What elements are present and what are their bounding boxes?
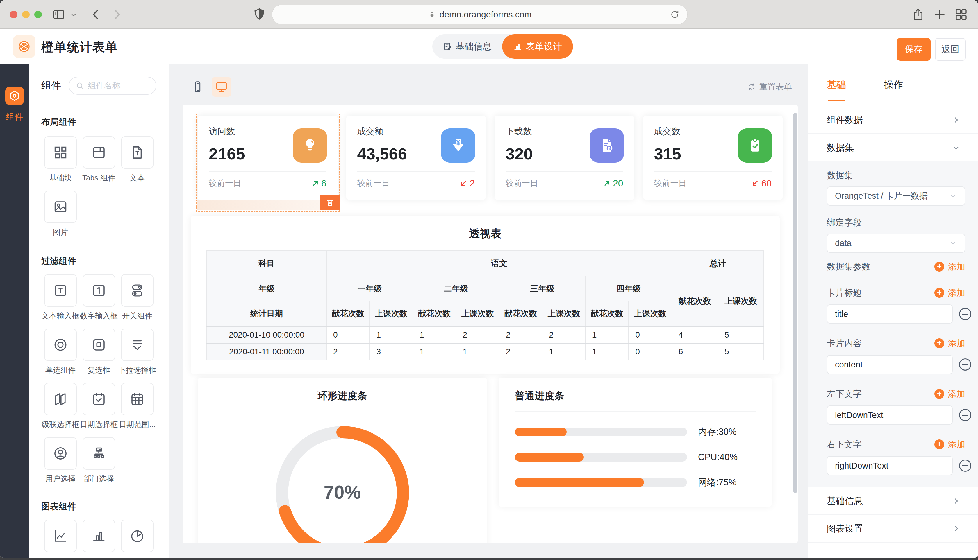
pivot-table-widget[interactable]: 透视表 科目 语文 总计 年级 一年级 — [191, 215, 780, 374]
components-rail-button[interactable] — [5, 87, 24, 105]
calendar-grid-icon — [129, 391, 145, 407]
pivot-header: 献花次数 — [326, 301, 369, 327]
palette-item-date[interactable]: 日期选择框 — [80, 383, 118, 430]
component-search[interactable] — [69, 77, 156, 95]
new-tab-icon[interactable] — [933, 8, 946, 22]
palette-item-date-range[interactable]: 日期范围... — [118, 383, 156, 430]
desktop-preview-button[interactable] — [212, 77, 231, 97]
add-right-down-text-button[interactable]: + 添加 — [935, 438, 965, 450]
palette-item-bar-chart[interactable] — [80, 520, 118, 552]
pivot-header: 四年级 — [585, 276, 672, 301]
remove-circle-icon[interactable] — [959, 460, 971, 472]
delete-component-button[interactable] — [320, 195, 339, 210]
remove-circle-icon[interactable] — [959, 308, 971, 320]
add-card-content-button[interactable]: + 添加 — [935, 338, 965, 349]
save-button[interactable]: 保存 — [897, 38, 931, 61]
ring-progress-widget[interactable]: 环形进度条 70% — [198, 378, 487, 543]
progress-fill — [515, 428, 567, 436]
address-bar[interactable]: demo.orangeforms.com — [272, 5, 687, 24]
remove-circle-icon[interactable] — [959, 358, 971, 371]
stat-card-downloads[interactable]: 下载数 320 较前一日 20 — [495, 116, 634, 200]
text-doc-icon — [129, 145, 145, 160]
inspector-tab-basic[interactable]: 基础 — [827, 78, 846, 92]
chevron-right-icon — [952, 524, 961, 533]
right-down-text-input[interactable] — [827, 456, 953, 475]
canvas-scrollbar[interactable] — [793, 113, 797, 493]
url-text: demo.orangeforms.com — [440, 10, 532, 20]
dataset-select[interactable]: OrangeTest / 卡片一数据 — [827, 187, 965, 206]
progress-bars-widget[interactable]: 普通进度条 内存:30% CPU:40% 网络:75% — [498, 378, 772, 507]
app-title: 橙单统计表单 — [41, 39, 118, 55]
remove-circle-icon[interactable] — [959, 409, 971, 421]
stat-card-deals[interactable]: 成交数 315 较前一日 60 — [643, 116, 783, 200]
chevron-down-icon[interactable] — [69, 10, 78, 19]
palette-item-number-input[interactable]: 数字输入框 — [80, 274, 118, 321]
palette-title: 组件 — [41, 79, 61, 92]
share-icon[interactable] — [911, 8, 925, 22]
pivot-header: 上课次数 — [718, 276, 764, 327]
add-card-title-button[interactable]: + 添加 — [935, 287, 965, 299]
palette-item-line-chart[interactable] — [41, 520, 80, 552]
palette-item-checkbox[interactable]: 复选框 — [80, 328, 118, 375]
tab-overview-icon[interactable] — [954, 8, 968, 22]
doc-edit-icon — [443, 42, 452, 51]
card-content-input[interactable] — [827, 355, 953, 374]
plus-circle-icon: + — [935, 440, 944, 449]
privacy-shield-icon[interactable] — [252, 7, 267, 22]
plus-circle-icon: + — [935, 262, 944, 272]
sidebar-toggle-icon[interactable] — [52, 8, 66, 22]
bulb-icon — [293, 128, 327, 163]
palette-item-pie-chart[interactable] — [118, 520, 156, 552]
palette-item-radio[interactable]: 单选组件 — [41, 328, 80, 375]
palette-item-image[interactable]: 图片 — [41, 190, 80, 237]
palette-item-switch[interactable]: 开关组件 — [118, 274, 156, 321]
pivot-header: 二年级 — [413, 276, 499, 301]
chevron-right-icon — [952, 116, 961, 124]
line-chart-icon — [53, 528, 69, 544]
return-button[interactable]: 返回 — [935, 38, 966, 61]
search-input[interactable] — [88, 81, 149, 90]
stat-card-visits[interactable]: 访问数 2165 较前一日 6 — [198, 116, 338, 200]
progress-row-memory: 内存:30% — [515, 426, 756, 438]
org-chart-icon — [91, 445, 107, 461]
tab-form-design[interactable]: 表单设计 — [502, 34, 573, 59]
palette-item-cascade[interactable]: 级联选择框 — [41, 383, 80, 430]
palette-item-dept[interactable]: 部门选择 — [80, 437, 118, 484]
section-chart-settings[interactable]: 图表设置 — [808, 515, 978, 543]
bind-field-select[interactable]: data — [827, 233, 965, 253]
palette-item-select[interactable]: 下拉选择框 — [118, 328, 156, 375]
hexagon-component-icon — [8, 90, 21, 102]
reset-form-button[interactable]: 重置表单 — [747, 81, 792, 92]
delta-down: 60 — [751, 178, 772, 189]
zoom-window-button[interactable] — [34, 11, 42, 18]
chevron-down-icon — [949, 239, 957, 247]
inspector-tab-actions[interactable]: 操作 — [884, 78, 903, 92]
component-palette: 组件 布局组件 基础块 Tabs 组件 文本 图片 — [29, 64, 169, 558]
palette-item-text[interactable]: 文本 — [118, 136, 156, 183]
close-window-button[interactable] — [10, 11, 17, 18]
section-dataset[interactable]: 数据集 — [808, 134, 978, 162]
palette-item-tabs[interactable]: Tabs 组件 — [80, 136, 118, 183]
section-component-data[interactable]: 组件数据 — [808, 106, 978, 134]
section-basic-info[interactable]: 基础信息 — [808, 487, 978, 515]
minimize-window-button[interactable] — [22, 11, 30, 18]
add-left-down-text-button[interactable]: + 添加 — [935, 388, 965, 400]
palette-item-basic-block[interactable]: 基础块 — [41, 136, 80, 183]
pivot-table: 科目 语文 总计 年级 一年级 二年级 三年级 四年级 献花次数 上课次数 — [206, 250, 764, 360]
stat-card-deal-amount[interactable]: 成交额 43,566 较前一日 2 — [346, 116, 486, 200]
card-title-header: 卡片标题 + 添加 — [827, 287, 965, 299]
left-down-text-input[interactable] — [827, 405, 953, 425]
plus-circle-icon: + — [935, 338, 944, 348]
reload-icon[interactable] — [669, 9, 680, 20]
add-dataset-param-button[interactable]: + 添加 — [935, 261, 965, 273]
palette-item-text-input[interactable]: 文本输入框 — [41, 274, 80, 321]
back-icon[interactable] — [89, 8, 103, 22]
mobile-preview-button[interactable] — [188, 77, 207, 97]
delta-down: 2 — [460, 178, 475, 189]
pivot-header: 献花次数 — [672, 276, 718, 327]
forward-icon[interactable] — [110, 8, 124, 22]
tab-basic-info[interactable]: 基础信息 — [432, 34, 502, 59]
palette-item-user[interactable]: 用户选择 — [41, 437, 80, 484]
card-title-input[interactable] — [827, 304, 953, 323]
pivot-title: 透视表 — [206, 227, 764, 241]
